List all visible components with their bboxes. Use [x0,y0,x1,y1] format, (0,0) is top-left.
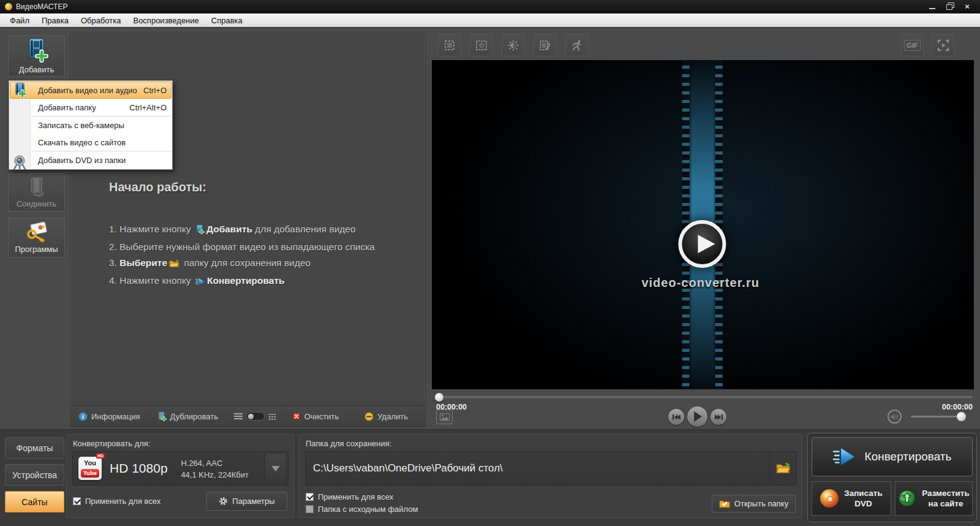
programs-icon [25,221,48,242]
format-preset-selector[interactable]: You Tube HD HD 1080p H.264, AAC 44,1 KHz… [72,451,288,486]
list-view-icon [234,413,243,419]
next-frame-icon [715,414,723,421]
volume-handle[interactable] [957,412,966,421]
chevron-down-icon [271,466,280,471]
mute-button[interactable] [888,410,902,424]
delete-button[interactable]: Удалить [364,412,408,421]
time-total: 00:00:00 [942,403,973,411]
seek-bar[interactable] [436,396,973,398]
watermark-button: © [470,34,492,56]
preset-dropdown-button[interactable] [265,454,285,482]
trim-icon [539,39,551,51]
step-4: 4. Нажмите кнопку Конвертировать [109,273,375,291]
gif-button: GIF [901,34,924,56]
clear-button[interactable]: Очистить [292,412,339,421]
menu-item-download-video[interactable]: Скачать видео с сайтов [10,134,172,151]
apply-all-format-checkbox[interactable]: Применить для всех [73,497,160,506]
join-button: Соединить [8,173,65,212]
save-folder-label: Папка для сохранения: [306,439,391,448]
snapshot-button[interactable] [436,410,453,424]
restore-button[interactable] [946,3,954,10]
menu-edit[interactable]: Правка [36,14,75,27]
upload-site-label: Разместить на сайте [922,488,970,509]
gif-icon: GIF [904,40,920,51]
crop-button [438,34,461,56]
step-3: 3. Выберите папку для сохранения видео [109,255,375,273]
burn-dvd-button[interactable]: Записать DVD [812,481,891,516]
close-button[interactable]: × [963,3,971,10]
getting-started-title: Начало работы: [109,180,375,194]
menu-processing[interactable]: Обработка [75,14,127,27]
prev-frame-button[interactable] [668,409,684,425]
play-button[interactable] [687,406,707,427]
duplicate-icon [157,412,167,421]
info-button[interactable]: i Информация [78,412,140,421]
burn-dvd-label: Записать DVD [844,488,883,509]
tab-formats[interactable]: Форматы [5,437,64,459]
checkbox-unchecked-icon[interactable] [306,505,314,513]
menu-playback[interactable]: Воспроизведение [127,14,205,27]
play-overlay-button[interactable] [678,220,726,268]
minimize-button[interactable] [929,3,937,10]
next-frame-button[interactable] [710,409,726,425]
add-button[interactable]: Добавить [8,35,65,77]
menu-item-add-dvd[interactable]: Добавить DVD из папки [10,151,172,169]
checkbox-checked-icon[interactable] [306,493,314,501]
preset-name: HD 1080p [110,461,168,476]
menu-file[interactable]: Файл [4,14,36,27]
save-path-field[interactable]: C:\Users\vaban\OneDrive\Рабочий стол\ [305,451,797,486]
open-folder-button[interactable]: Открыть папку [712,495,796,513]
convert-for-panel: Конвертировать для: You Tube HD HD 1080p… [66,434,294,518]
save-folder-panel: Папка для сохранения: C:\Users\vaban\One… [299,434,802,518]
browse-folder-button[interactable] [769,452,796,485]
trim-button [533,34,556,56]
convert-for-label: Конвертировать для: [73,439,150,448]
menu-item-add-video[interactable]: Добавить видео или аудио Ctrl+O [10,82,172,99]
programs-button-label: Программы [15,245,58,254]
menu-help[interactable]: Справка [205,14,249,27]
source-folder-checkbox[interactable]: Папка с исходным файлом [306,505,418,514]
title-bar: ВидеоМАСТЕР × [0,0,980,13]
view-toggle-switch[interactable] [246,412,265,421]
play-icon [693,411,702,422]
crop-icon [443,39,456,51]
info-icon: i [78,412,88,421]
step-2: 2. Выберите нужный формат видео из выпад… [109,239,375,255]
volume-slider[interactable] [911,416,963,417]
delete-icon [364,412,374,421]
watermark-text: video-converter.ru [641,276,760,290]
tab-sites[interactable]: Сайты [5,491,64,513]
svg-text:i: i [82,413,84,420]
duplicate-button[interactable]: Дублировать [157,412,218,421]
add-video-mini-icon [195,223,205,239]
clear-icon [292,412,301,421]
add-button-label: Добавить [19,65,54,74]
list-toolbar: i Информация Дублировать Очистить Удалит… [71,405,425,427]
parameters-button[interactable]: Параметры [206,492,287,511]
upload-site-button[interactable]: Разместить на сайте [895,481,973,516]
actions-panel: Конвертировать Записать DVD Разместить н… [807,433,977,522]
tab-devices[interactable]: Устройства [5,464,64,486]
menu-bar: Файл Правка Обработка Воспроизведение Сп… [0,13,980,28]
app-icon [5,3,12,10]
video-preview[interactable]: video-converter.ru [432,60,974,389]
view-toggle[interactable] [234,412,276,421]
convert-button[interactable]: Конвертировать [812,437,973,476]
brightness-button [502,34,524,56]
bottom-bar: Форматы Устройства Сайты Конвертировать … [0,429,980,526]
menu-item-record-webcam[interactable]: Записать с веб-камеры [10,116,172,134]
apply-all-path-checkbox[interactable]: Применить для всех [306,492,393,501]
menu-item-add-folder[interactable]: Добавить папку Ctrl+Alt+O [10,99,172,116]
checkbox-checked-icon[interactable] [73,497,81,505]
speaker-icon [891,413,899,421]
programs-button[interactable]: Программы [8,218,65,257]
seek-handle[interactable] [435,393,443,402]
add-video-icon [13,83,28,97]
gear-icon [219,497,228,506]
prev-frame-icon [673,414,680,421]
brightness-icon [507,39,519,51]
speed-button [565,34,588,56]
convert-arrow-icon [833,448,856,466]
convert-mini-icon [195,275,205,291]
getting-started: Начало работы: 1. Нажмите кнопку Добавит… [109,180,375,291]
